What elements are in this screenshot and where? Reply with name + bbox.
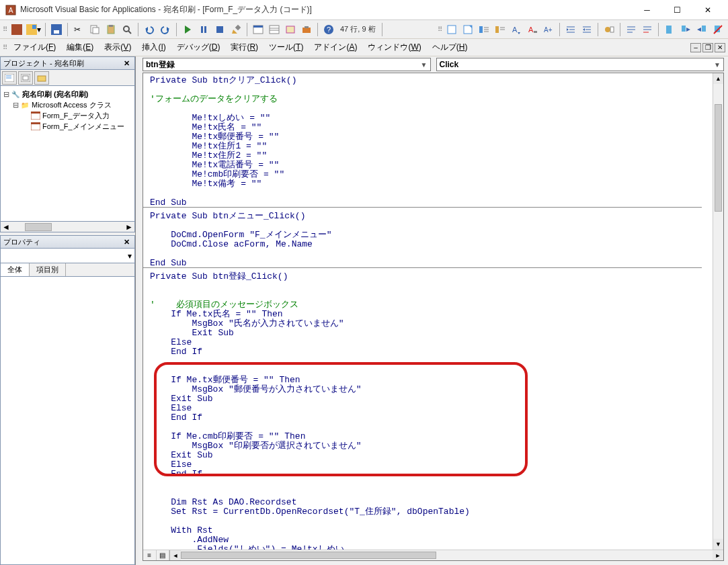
scrollbar-thumb[interactable] (715, 104, 722, 212)
project-tree[interactable]: ⊟ 🔧 宛名印刷 (宛名印刷) ⊟ 📁 Microsoft Access クラス… (0, 86, 135, 222)
tree-project-root[interactable]: ⊟ 🔧 宛名印刷 (宛名印刷) (2, 89, 133, 99)
paste-icon[interactable] (104, 22, 118, 37)
menu-grip[interactable] (3, 41, 7, 54)
svg-marker-16 (185, 26, 191, 34)
full-module-view-icon[interactable]: ▤ (157, 550, 170, 560)
procedure-combo[interactable]: Click ▼ (436, 58, 725, 71)
svg-rect-56 (610, 27, 614, 32)
properties-tab-categorized[interactable]: 項目別 (30, 263, 66, 276)
project-explorer-toolbar (0, 70, 135, 86)
mdi-restore-button[interactable]: ❐ (702, 43, 713, 52)
code-horizontal-scrollbar[interactable]: ≡ ▤ ◄ ► (143, 550, 723, 560)
svg-rect-4 (32, 25, 36, 29)
tree-item-label: Form_F_データ入力 (42, 111, 110, 121)
menu-item-6[interactable]: ツール(T) (264, 40, 309, 55)
properties-close-icon[interactable]: ✕ (121, 236, 132, 247)
svg-rect-28 (302, 28, 311, 33)
maximize-button[interactable]: ☐ (662, 0, 692, 19)
menu-item-2[interactable]: 表示(V) (99, 40, 136, 55)
next-bookmark-icon[interactable] (678, 22, 693, 37)
view-object-icon[interactable] (18, 71, 33, 85)
menu-item-1[interactable]: 編集(E) (61, 40, 99, 55)
edit-tb-icon-1[interactable] (444, 22, 459, 37)
menu-item-5[interactable]: 実行(R) (225, 40, 264, 55)
help-icon[interactable]: ? (321, 22, 336, 37)
prev-bookmark-icon[interactable] (694, 22, 709, 37)
design-mode-icon[interactable] (229, 22, 243, 37)
properties-grid[interactable] (0, 277, 135, 565)
view-code-icon[interactable] (2, 71, 17, 85)
edit-tb-icon-2[interactable] (460, 22, 475, 37)
code-vertical-scrollbar[interactable]: ▲ ▼ (713, 73, 723, 550)
list-properties-icon[interactable] (477, 22, 491, 37)
code-editor[interactable]: Private Sub btnクリア_Click()'フォームのデータをクリアす… (143, 73, 713, 550)
properties-header: プロパティ ✕ (0, 235, 135, 249)
svg-rect-11 (109, 25, 113, 27)
object-combo[interactable]: btn登録 ▼ (143, 58, 431, 71)
folder-icon: 📁 (19, 100, 30, 110)
tree-item-form-main-menu[interactable]: Form_F_メインメニュー (2, 121, 133, 132)
undo-icon[interactable] (142, 22, 157, 37)
redo-icon[interactable] (158, 22, 173, 37)
run-icon[interactable] (180, 22, 195, 37)
view-access-icon[interactable] (9, 22, 24, 37)
svg-rect-17 (201, 26, 203, 33)
copy-icon[interactable] (87, 22, 102, 37)
outdent-icon[interactable] (579, 22, 594, 37)
properties-tab-alphabetic[interactable]: 全体 (1, 263, 30, 276)
find-icon[interactable] (120, 22, 134, 37)
list-constants-icon[interactable] (493, 22, 508, 37)
cut-icon[interactable]: ✂ (71, 22, 86, 37)
complete-word-icon[interactable]: A+ (541, 22, 556, 37)
svg-rect-29 (305, 26, 309, 28)
scroll-left-icon[interactable]: ◄ (170, 550, 181, 560)
mdi-close-button[interactable]: ✕ (715, 43, 725, 52)
object-browser-icon[interactable] (283, 22, 298, 37)
minimize-button[interactable]: ─ (632, 0, 662, 19)
indent-icon[interactable] (563, 22, 578, 37)
project-explorer-close-icon[interactable]: ✕ (121, 58, 132, 69)
tree-item-form-data-input[interactable]: Form_F_データ入力 (2, 110, 133, 121)
toolbox-icon[interactable] (299, 22, 314, 37)
properties-tabs: 全体 項目別 (0, 263, 135, 277)
toolbar-grip-2[interactable] (438, 23, 442, 36)
project-explorer-icon[interactable] (251, 22, 266, 37)
svg-marker-65 (686, 28, 690, 32)
mdi-minimize-button[interactable]: – (690, 43, 701, 52)
parameter-info-icon[interactable]: A (525, 22, 540, 37)
menu-item-3[interactable]: 挿入(I) (136, 40, 171, 55)
toggle-folders-icon[interactable] (34, 71, 49, 85)
procedure-view-icon[interactable]: ≡ (143, 550, 157, 560)
properties-object-combo[interactable]: ▾ (0, 249, 135, 263)
uncomment-block-icon[interactable] (640, 22, 655, 37)
project-tree-hscroll[interactable]: ◄ ► (0, 222, 135, 232)
menu-item-7[interactable]: アドイン(A) (309, 40, 362, 55)
menu-item-8[interactable]: ウィンドウ(W) (362, 40, 426, 55)
properties-window-icon[interactable] (267, 22, 282, 37)
toggle-bookmark-icon[interactable] (662, 22, 677, 37)
menu-item-0[interactable]: ファイル(F) (8, 40, 61, 55)
reset-icon[interactable] (212, 22, 227, 37)
save-icon[interactable] (49, 22, 64, 37)
svg-rect-74 (23, 76, 28, 80)
form-icon (30, 111, 41, 120)
insert-module-icon[interactable]: ▾ (26, 22, 42, 37)
clear-bookmarks-icon[interactable] (711, 22, 725, 37)
mdi-window-controls: – ❐ ✕ (690, 43, 725, 52)
scroll-right-icon[interactable]: ► (713, 550, 723, 560)
tree-folder[interactable]: ⊟ 📁 Microsoft Access クラス (2, 99, 133, 110)
menu-item-9[interactable]: ヘルプ(H) (427, 40, 473, 55)
toggle-breakpoint-icon[interactable] (602, 22, 616, 37)
scroll-up-icon[interactable]: ▲ (713, 73, 723, 84)
break-icon[interactable] (196, 22, 211, 37)
svg-rect-19 (216, 26, 223, 33)
toolbar-grip[interactable] (3, 23, 7, 36)
menu-item-4[interactable]: デバッグ(D) (171, 40, 226, 55)
comment-block-icon[interactable] (624, 22, 639, 37)
scroll-down-icon[interactable]: ▼ (713, 539, 723, 550)
close-button[interactable]: ✕ (692, 0, 723, 19)
scrollbar-thumb[interactable] (181, 552, 436, 559)
quick-info-icon[interactable]: A (509, 22, 524, 37)
svg-marker-50 (567, 28, 569, 31)
svg-rect-9 (93, 28, 99, 34)
